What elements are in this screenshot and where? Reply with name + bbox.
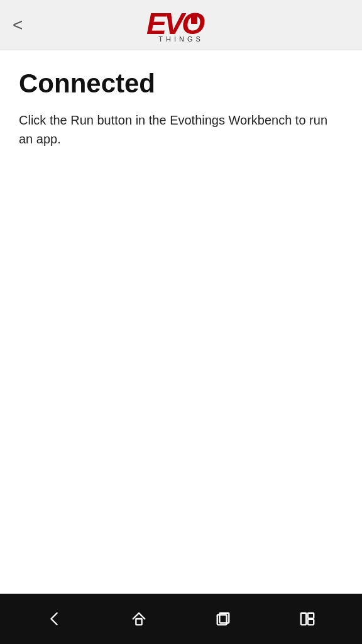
svg-rect-8 [308,613,314,618]
main-content: Connected Click the Run button in the Ev… [0,50,362,594]
svg-rect-7 [301,613,306,625]
home-nav-icon [131,611,147,627]
recents-nav-icon [215,611,231,627]
svg-rect-3 [191,16,197,24]
nav-split-button[interactable] [287,604,328,633]
logo-subtext: THINGS [158,35,204,43]
svg-rect-9 [308,619,314,625]
app-header: < E V O THINGS [0,0,362,50]
split-nav-icon [299,611,315,627]
back-nav-icon [47,611,63,627]
nav-back-button[interactable] [34,604,75,633]
back-button[interactable]: < [13,15,23,35]
status-title: Connected [19,69,343,98]
evo-logo: E V O [146,8,216,38]
svg-rect-4 [136,619,141,625]
logo-container: E V O THINGS [146,8,216,43]
status-description: Click the Run button in the Evothings Wo… [19,111,343,148]
nav-recents-button[interactable] [202,604,244,633]
bottom-navigation [0,594,362,644]
nav-home-button[interactable] [118,604,160,633]
